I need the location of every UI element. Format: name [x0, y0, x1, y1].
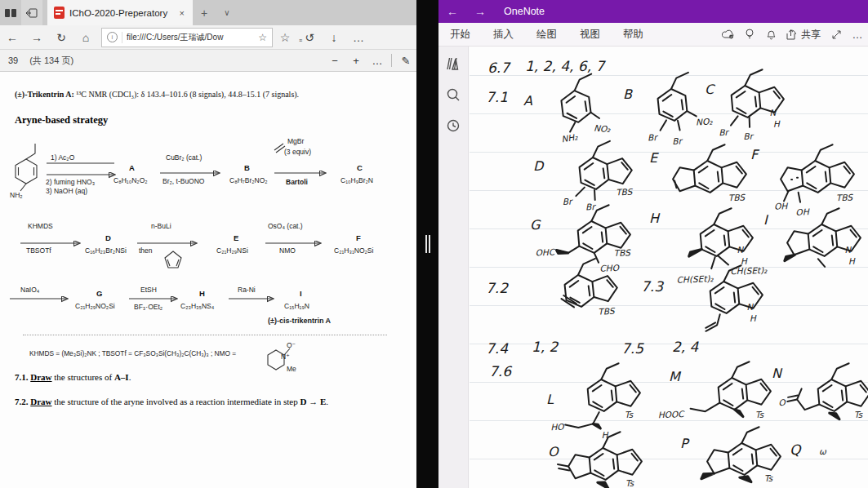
ink-M-hooc: HOOC [658, 409, 686, 419]
ink-label-P: P [680, 436, 690, 451]
compound-G: G [96, 289, 102, 298]
onenote-sidebar [438, 47, 469, 488]
q72-period: . [326, 397, 328, 406]
ink-C-h: H [773, 119, 781, 129]
tab-preview-icon[interactable] [0, 0, 21, 25]
ink-structure-N: O Ts [777, 362, 868, 422]
search-icon[interactable] [446, 87, 461, 105]
ink-73-h: H [750, 313, 757, 323]
page-number[interactable]: 39 [8, 55, 18, 65]
step8-reagent: EtSH [140, 286, 157, 294]
ink-A-nh2: NH₂ [561, 131, 580, 144]
pdf-more-button[interactable]: … [367, 55, 388, 67]
notebooks-icon[interactable] [446, 56, 461, 74]
downloads-icon[interactable]: ↓ [322, 31, 346, 44]
bell-icon[interactable] [760, 29, 781, 40]
compound-H: H [199, 289, 205, 298]
zoom-out-button[interactable]: − [324, 55, 345, 67]
ink-N-ts: Ts [854, 410, 864, 419]
q72-draw: Draw [30, 397, 51, 406]
ink-structure-O: Ts [557, 431, 643, 488]
step1-reagent2: 2) fuming HNO₃ [46, 178, 95, 186]
compound-I: I [300, 289, 302, 298]
ink-N-o: O [778, 397, 786, 407]
onenote-app-title: OneNote [504, 6, 545, 17]
tab-draw[interactable]: 绘图 [525, 28, 568, 42]
tab-view[interactable]: 视图 [568, 28, 612, 42]
ink-H-h: H [741, 256, 748, 266]
onenote-window: ← → OneNote 开始 插入 绘图 视图 帮助 共享 … [438, 0, 868, 488]
ink-q74: 7.4 [486, 340, 509, 357]
favorite-star-icon[interactable]: ☆ [258, 32, 267, 43]
ink-label-I: I [763, 212, 769, 228]
zoom-in-button[interactable]: + [345, 55, 367, 67]
ink-label-A: A [523, 93, 532, 109]
step7-reagent: NaIO₄ [20, 286, 39, 294]
pdf-file-icon [54, 7, 65, 19]
forward-button[interactable]: → [24, 31, 49, 44]
refresh-button[interactable]: ↻ [49, 31, 73, 44]
home-button[interactable]: ⌂ [73, 31, 98, 44]
ink-C-br1: Br [719, 127, 730, 137]
edge-window: IChO-2020-Preperatory × + ∨ ← → ↻ ⌂ i fi… [0, 0, 416, 488]
ink-H-chset2: CH(SEt)₂ [730, 265, 768, 277]
question-7-2: 7.2. Draw the structure of the aryne inv… [15, 397, 328, 406]
new-tab-button[interactable]: + [193, 0, 216, 25]
page-info-icon[interactable]: i [107, 32, 118, 42]
edge-tab-bar: IChO-2020-Preperatory × + ∨ [0, 0, 416, 25]
ink-a67: 1, 2, 4, 6, 7 [525, 58, 606, 74]
share-label: 共享 [801, 28, 821, 42]
ink-G-ohc: OHC [535, 247, 556, 258]
handwritten-ink: 6.7 1, 2, 4, 6, 7 7.1 A NH₂ NO₂ B Br [470, 47, 868, 488]
step6-reagent: OsO₄ (cat.) [268, 222, 303, 230]
ink-label-M: M [669, 369, 682, 384]
ink-L-ts: Ts [625, 410, 634, 419]
note-canvas[interactable]: 6.7 1, 2, 4, 6, 7 7.1 A NH₂ NO₂ B Br [470, 47, 868, 488]
compound-F: F [356, 233, 361, 242]
favorites-hub-icon[interactable]: ☆≡ [273, 31, 297, 44]
tab-close-icon[interactable]: × [178, 7, 186, 20]
ink-G-tbs: TBS [613, 247, 631, 258]
step5-then: then [139, 246, 153, 255]
onenote-back-button[interactable]: ← [438, 5, 466, 18]
ink-M-ts: Ts [755, 410, 765, 419]
browser-tab[interactable]: IChO-2020-Preperatory × [47, 0, 193, 25]
formula-H: C₂₃H₃₅NS₄ [180, 302, 214, 310]
set-aside-tabs-icon[interactable] [21, 0, 42, 25]
share-button[interactable]: 共享 [781, 28, 826, 42]
tab-list-chevron-icon[interactable]: ∨ [216, 0, 238, 25]
cyclopentadiene-structure [165, 251, 181, 268]
lightbulb-icon[interactable] [739, 29, 760, 40]
toolbar-divider [391, 54, 392, 67]
ink-label-D: D [533, 158, 545, 174]
onenote-title-bar: ← → OneNote [438, 0, 868, 23]
address-bar[interactable]: i file:///C:/Users/王瑞诚/Dow ☆ [101, 28, 273, 47]
ink-label-B: B [623, 87, 633, 102]
ink-q75: 7.5 [621, 340, 644, 357]
fullscreen-expand-icon[interactable] [826, 29, 847, 40]
recent-notes-clock-icon[interactable] [446, 118, 461, 136]
ink-E-tbs: TBS [728, 192, 746, 202]
annotate-pen-icon[interactable]: ✎ [395, 55, 416, 67]
onenote-forward-button[interactable]: → [466, 5, 494, 18]
tab-help[interactable]: 帮助 [612, 28, 655, 42]
q71-text: the structures of [52, 372, 114, 382]
q71-number: 7.1. [15, 372, 30, 382]
ink-q-extra: ω [819, 446, 827, 456]
divider-drag-handle[interactable] [425, 235, 430, 253]
ribbon-more-icon[interactable]: … [847, 29, 868, 41]
url-text[interactable]: file:///C:/Users/王瑞诚/Dow [127, 32, 254, 43]
ink-label-C: C [705, 82, 716, 97]
reaction-scheme-graphics [0, 72, 416, 488]
step4-reagent2: TBSOTf [26, 246, 51, 255]
back-button[interactable]: ← [0, 31, 24, 44]
settings-more-icon[interactable]: … [346, 31, 371, 44]
formula-G: C₂₁H₂₉NO₂Si [75, 302, 115, 310]
ink-structure-C: Br Br N H [717, 69, 786, 142]
sync-cloud-icon[interactable] [718, 29, 739, 39]
tab-insert[interactable]: 插入 [482, 28, 525, 42]
tab-home[interactable]: 开始 [438, 28, 482, 42]
ink-I-n: N [844, 245, 852, 255]
q72-arrow: → [306, 397, 320, 406]
formula-E: C₂₁H₂₉NSi [216, 246, 248, 255]
